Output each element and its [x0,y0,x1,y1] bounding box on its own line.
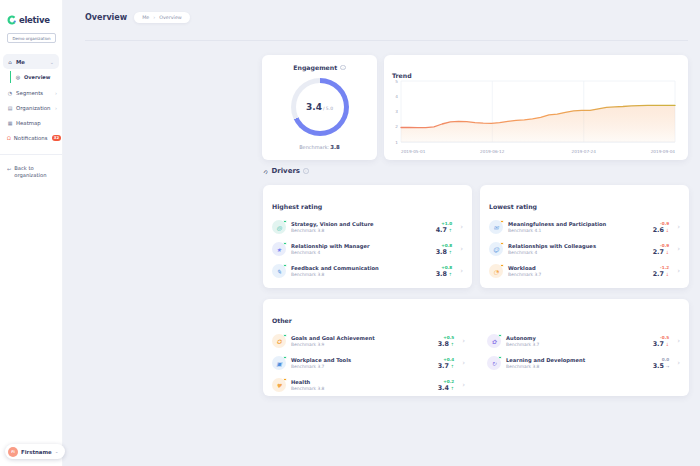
sidebar-item-overview[interactable]: ◎ Overview [10,71,59,83]
logo-text: eletive [19,15,50,25]
user-menu[interactable]: Fi Firstname ⌄ [5,444,65,459]
status-dot [283,264,287,268]
highest-rating-rows: ◎ Strategy, Vision and Culture Benchmark… [272,220,463,278]
driver-benchmark: Benchmark 3.7 [508,272,541,277]
driver-name: Learning and Development [506,357,585,363]
monitor-icon: ▣ [276,360,282,367]
driver-name: Meaningfulness and Participation [508,221,606,227]
sidebar-item-me[interactable]: ⌂ Me ⌄ [3,54,59,69]
status-dot [283,378,287,382]
trend-arrow-icon: ↑ [451,364,455,369]
sidebar-item-back-to-organization[interactable]: ↩ Back to organization [0,165,62,179]
trend-arrow-icon: ↑ [451,386,455,391]
notification-badge: 32 [52,135,62,142]
chevron-right-icon: › [677,268,680,275]
svg-text:4: 4 [395,94,398,99]
chevron-icon: › [55,90,57,96]
sidebar: eletive Demo organization ⌂ Me ⌄ ◎ Overv… [0,0,63,466]
sidebar-divider [0,154,62,155]
driver-name: Feedback and Communication [291,265,379,271]
driver-row-strategy-vision-and-culture[interactable]: ◎ Strategy, Vision and Culture Benchmark… [272,220,463,234]
other-column-1: ✪ Goals and Goal Achievement Benchmark 3… [272,334,465,392]
eletive-logo-icon [7,10,17,29]
driver-name: Health [291,379,324,385]
lowest-rating-card: Lowest rating ✉ Meaningfulness and Parti… [480,185,689,288]
lowest-rating-title: Lowest rating [489,203,537,210]
driver-row-workload[interactable]: ◔ Workload Benchmark 3.7 -1.2 2.7↓ › [489,264,680,278]
back-label: Back to organization [14,165,57,179]
sidebar-item-segments[interactable]: ◔ Segments › [0,85,62,100]
engagement-donut-chart: 3.4 / 5.0 [291,78,349,136]
gauge-icon: ◔ [493,268,498,275]
drivers-title: Drivers [271,167,300,175]
trend-card: Trend 123452019-05-012019-06-122019-07-2… [384,55,688,160]
info-icon[interactable]: i [303,168,309,174]
driver-benchmark: Benchmark 3.7 [506,342,539,347]
trend-arrow-icon: ↓ [666,250,670,255]
engagement-title: Engagement [293,64,337,71]
chevron-right-icon: › [677,360,680,367]
driver-benchmark: Benchmark 3.8 [291,386,324,391]
svg-text:2: 2 [395,124,398,129]
svg-text:1: 1 [395,140,398,145]
driver-value: 3.7 [438,362,449,370]
chevron-right-icon: › [677,338,680,345]
driver-row-feedback-and-communication[interactable]: ✎ Feedback and Communication Benchmark 3… [272,264,463,278]
driver-value: 2.7 [653,248,664,256]
chevron-icon: ⌄ [50,59,54,65]
driver-benchmark: Benchmark 3.9 [291,342,375,347]
driver-row-meaningfulness-and-participation[interactable]: ✉ Meaningfulness and Participation Bench… [489,220,680,234]
engagement-benchmark: Benchmark:3.8 [270,144,369,150]
trend-arrow-icon: ↑ [449,272,453,277]
trend-arrow-icon: ↑ [449,250,453,255]
other-column-2: ✿ Autonomy Benchmark 3.7 -0.5 3.7↓ › ↻ L… [487,334,680,392]
driver-name: Autonomy [506,335,539,341]
engagement-score: 3.4 [306,102,322,112]
main-content: Overview Me › Overview Engagement i 3.4 … [63,0,700,466]
status-dot [283,220,287,224]
status-dot [283,334,287,338]
breadcrumb-separator-icon: › [153,15,155,20]
refresh-icon: ↻ [491,360,496,367]
driver-name: Workplace and Tools [291,357,351,363]
sidebar-item-heatmap[interactable]: ▦ Heatmap [0,115,62,130]
chevron-right-icon: › [677,246,680,253]
chevron-down-icon: ⌄ [55,449,59,454]
status-dot [283,356,287,360]
driver-row-relationships-with-colleagues[interactable]: ☺ Relationships with Colleagues Benchmar… [489,242,680,256]
driver-name: Relationship with Manager [291,243,370,249]
driver-row-relationship-with-manager[interactable]: ★ Relationship with Manager Benchmark 4 … [272,242,463,256]
driver-benchmark: Benchmark 3.7 [291,364,351,369]
sidebar-item-organization[interactable]: ▤ Organization › [0,100,62,115]
other-grid: ✪ Goals and Goal Achievement Benchmark 3… [272,334,680,392]
driver-row-learning-and-development[interactable]: ↻ Learning and Development Benchmark 3.8… [487,356,680,370]
org-switcher[interactable]: Demo organization [7,33,56,43]
breadcrumb: Me › Overview [134,12,190,23]
driver-name: Strategy, Vision and Culture [291,221,374,227]
highest-rating-card: Highest rating ◎ Strategy, Vision and Cu… [263,185,472,288]
drivers-header: ∩ Drivers i [264,167,309,175]
driver-row-autonomy[interactable]: ✿ Autonomy Benchmark 3.7 -0.5 3.7↓ › [487,334,680,348]
breadcrumb-parent[interactable]: Me [142,15,149,20]
info-icon[interactable]: i [340,65,346,71]
home-icon: ⌂ [7,59,13,65]
svg-text:2019-09-04: 2019-09-04 [651,149,676,154]
sidebar-item-notifications[interactable]: Ω Notifications 32 [0,130,62,146]
svg-text:3: 3 [395,109,398,114]
logo[interactable]: eletive [7,10,57,29]
chevron-right-icon: › [460,246,463,253]
target-icon: ◎ [276,224,281,231]
chevron-right-icon: › [460,224,463,231]
driver-benchmark: Benchmark 4.1 [508,228,606,233]
overview-icon: ◎ [15,74,21,80]
driver-value: 3.8 [438,340,449,348]
highest-rating-title: Highest rating [272,203,322,210]
trend-arrow-icon: ↓ [666,342,670,347]
chevron-icon: › [55,105,57,111]
driver-row-health[interactable]: ♥ Health Benchmark 3.8 +0.2 3.4↑ › [272,378,465,392]
driver-value: 3.8 [436,248,447,256]
driver-row-goals-and-goal-achievement[interactable]: ✪ Goals and Goal Achievement Benchmark 3… [272,334,465,348]
driver-row-workplace-and-tools[interactable]: ▣ Workplace and Tools Benchmark 3.7 +0.4… [272,356,465,370]
driver-value: 2.7 [653,270,664,278]
breadcrumb-current[interactable]: Overview [159,15,182,20]
